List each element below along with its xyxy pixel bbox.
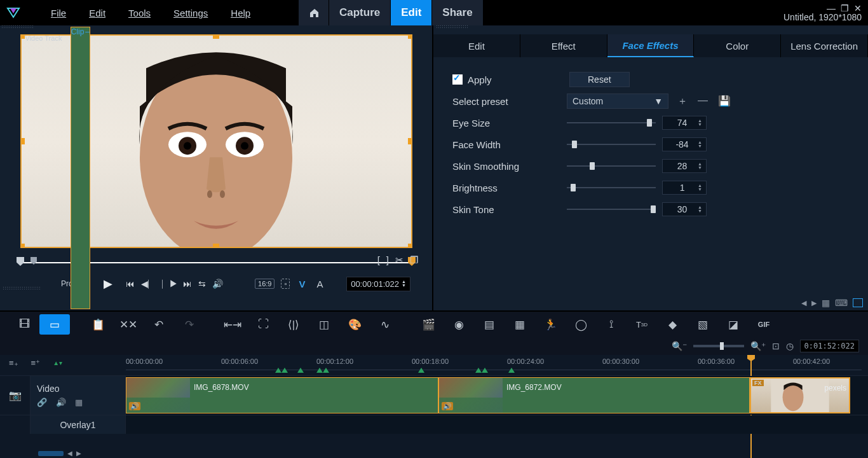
menu-file[interactable]: File: [39, 8, 78, 18]
param-value[interactable]: 28▲▼: [662, 159, 707, 173]
goto-start-icon[interactable]: ⏮: [126, 279, 135, 289]
save-preset-icon[interactable]: 💾: [718, 95, 731, 108]
storyboard-icon[interactable]: 🎞: [9, 314, 39, 335]
scroll-right-icon[interactable]: ▶: [76, 450, 81, 457]
volume-icon[interactable]: 🔊: [212, 279, 223, 289]
layout-2-icon[interactable]: ⌨: [835, 298, 848, 308]
remove-preset-icon[interactable]: —: [698, 95, 708, 108]
audio-tool-icon[interactable]: ∿: [370, 314, 400, 335]
subtitle-icon[interactable]: ▤: [474, 314, 505, 335]
home-tab[interactable]: [299, 0, 329, 25]
aspect-button[interactable]: 16:9: [255, 279, 275, 289]
fit-timeline-icon[interactable]: ⊡: [772, 341, 780, 351]
tab-edit[interactable]: Edit: [433, 34, 520, 57]
track-opts-1-icon[interactable]: ≡₊: [9, 358, 18, 368]
color-tool-icon[interactable]: 🎨: [339, 314, 370, 335]
menu-settings[interactable]: Settings: [162, 8, 219, 18]
param-slider[interactable]: [567, 116, 656, 129]
goto-end-icon[interactable]: ⏭: [183, 279, 192, 289]
tab-color[interactable]: Color: [694, 34, 781, 57]
layout-3-icon[interactable]: [853, 298, 863, 307]
zoom-in-icon[interactable]: 🔍⁺: [750, 341, 766, 351]
tools-icon[interactable]: ✕✕: [113, 314, 144, 335]
marker-icon[interactable]: [297, 368, 304, 373]
share-tab[interactable]: Share: [432, 0, 483, 25]
multi-cam-icon[interactable]: ◪: [718, 314, 749, 335]
step-back-icon[interactable]: ◀⎸: [141, 279, 156, 289]
mask-icon[interactable]: ▧: [688, 314, 718, 335]
split-icon[interactable]: ✂: [395, 254, 403, 266]
drag-handle-icon[interactable]: [436, 25, 468, 29]
layout-1-icon[interactable]: ▦: [822, 298, 830, 308]
scroll-left-icon[interactable]: ◀: [67, 450, 72, 457]
timeline-clip[interactable]: 🔊 IMG_6872.MOV: [438, 377, 750, 413]
param-value[interactable]: 1▲▼: [662, 181, 707, 195]
speed-icon[interactable]: 🏃: [535, 314, 566, 335]
add-preset-icon[interactable]: ＋: [677, 95, 688, 108]
mark-out-icon[interactable]: ]: [386, 254, 389, 266]
step-fwd-icon[interactable]: ⎸▶: [162, 279, 177, 289]
marker-menu-icon[interactable]: ▲▾: [53, 359, 62, 366]
spin-down-icon[interactable]: ▼: [698, 123, 702, 127]
track-opts-2-icon[interactable]: ≡⁺: [31, 358, 41, 368]
resize-handle[interactable]: [408, 244, 412, 248]
tab-face-effects[interactable]: Face Effects: [607, 34, 695, 57]
resize-handle[interactable]: [213, 244, 219, 248]
reset-button[interactable]: Reset: [569, 72, 630, 87]
marker-icon[interactable]: [508, 368, 515, 373]
param-value[interactable]: 30▲▼: [662, 202, 707, 216]
gif-icon[interactable]: GIF: [749, 314, 779, 335]
menu-tools[interactable]: Tools: [117, 8, 162, 18]
track-icon[interactable]: ⟟: [596, 314, 627, 335]
crop-icon[interactable]: ▫: [281, 279, 290, 289]
tc-down-icon[interactable]: ▼: [402, 284, 406, 288]
panel-scroll-left-icon[interactable]: ◀: [801, 299, 806, 307]
motion-icon[interactable]: 🎬: [413, 314, 444, 335]
undo-icon[interactable]: ↶: [144, 314, 174, 335]
param-slider[interactable]: [567, 160, 656, 172]
resize-handle[interactable]: [20, 34, 25, 39]
blend-icon[interactable]: ◉: [444, 314, 474, 335]
spin-down-icon[interactable]: ▼: [698, 144, 702, 148]
mute-icon[interactable]: 🔊: [56, 398, 66, 407]
marker-icon[interactable]: [323, 368, 329, 373]
apply-checkbox[interactable]: [452, 74, 463, 85]
resize-handle[interactable]: [408, 34, 412, 39]
spin-down-icon[interactable]: ▼: [698, 209, 702, 213]
v-toggle[interactable]: V: [296, 278, 308, 290]
marker-icon[interactable]: [275, 368, 281, 373]
clip-label[interactable]: Clip: [71, 27, 90, 309]
marker-icon[interactable]: [316, 368, 323, 373]
video-track-icon[interactable]: 📷: [0, 376, 31, 415]
capture-tab[interactable]: Capture: [329, 0, 391, 25]
marker-icon[interactable]: [281, 368, 288, 373]
pan-zoom-icon[interactable]: ⛶: [248, 314, 278, 335]
drag-handle-icon[interactable]: [1, 25, 33, 29]
preset-dropdown[interactable]: Custom▼: [567, 94, 668, 109]
duration-icon[interactable]: ◷: [786, 341, 794, 351]
timeline-clip[interactable]: 🔊 IMG_6878.MOV: [126, 377, 438, 413]
mark-in-icon[interactable]: [: [377, 254, 380, 266]
overlay-track-icon[interactable]: [0, 415, 31, 434]
spin-down-icon[interactable]: ▼: [698, 166, 702, 170]
timeline-scrollbar[interactable]: ◀ ▶: [38, 450, 81, 457]
resize-handle[interactable]: [408, 138, 412, 144]
marker-icon[interactable]: [482, 368, 488, 373]
resize-handle[interactable]: [213, 34, 219, 39]
copy-attr-icon[interactable]: 📋: [83, 314, 113, 335]
trim-in-handle[interactable]: [17, 257, 24, 266]
zoom-slider[interactable]: [693, 345, 744, 347]
zoom-out-icon[interactable]: 🔍⁻: [672, 341, 687, 351]
3d-title-icon[interactable]: T3D: [627, 314, 657, 335]
panel-scroll-right-icon[interactable]: ▶: [811, 299, 817, 307]
lock-icon[interactable]: ▦: [75, 398, 83, 407]
param-value[interactable]: 74▲▼: [662, 116, 707, 130]
drag-handle-icon[interactable]: [3, 286, 41, 290]
link-icon[interactable]: 🔗: [37, 398, 47, 407]
menu-edit[interactable]: Edit: [78, 8, 117, 18]
tab-lens-correction[interactable]: Lens Correction: [781, 34, 868, 57]
marker-icon[interactable]: [475, 368, 482, 373]
spin-down-icon[interactable]: ▼: [698, 188, 702, 191]
scrub-marker[interactable]: [31, 257, 37, 265]
resize-handle[interactable]: [20, 138, 25, 144]
